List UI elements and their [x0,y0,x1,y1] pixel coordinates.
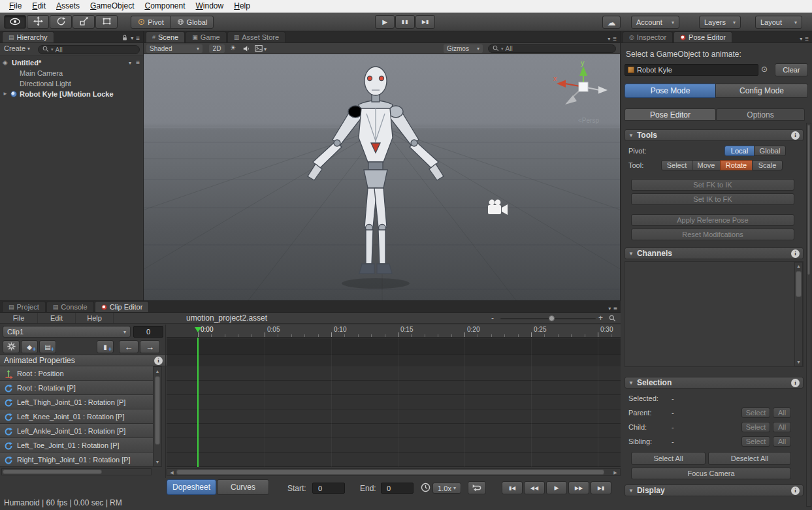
child-select-button[interactable]: Select [741,422,770,432]
scale-tool-button[interactable] [73,15,95,29]
inspector-scrollbar[interactable] [806,123,811,507]
tab-console[interactable]: ▤Console [46,301,94,312]
audio-toggle[interactable] [243,45,250,54]
tool-move-button[interactable]: Move [692,160,721,170]
scene-dropdown-icon[interactable]: ▾ [129,60,131,66]
tab-clip-editor[interactable]: Clip Editor [95,301,150,312]
clip-menu-file[interactable]: File [0,313,38,323]
apply-reference-pose-button[interactable]: Apply Reference Pose [631,214,794,226]
gizmos-dropdown[interactable]: Gizmos▾ [444,44,483,53]
rect-tool-button[interactable] [95,15,118,29]
panel-menu-icon[interactable]: ≡ [136,35,140,42]
lighting-toggle[interactable]: ☀ [230,44,236,52]
rotate-tool-button[interactable] [50,15,72,29]
info-icon[interactable]: i [791,486,800,495]
layout-dropdown[interactable]: Layout▾ [755,16,802,29]
panel-menu-icon[interactable]: ≡ [613,305,617,312]
scroll-down-icon[interactable]: ▼ [795,360,802,364]
search-icon[interactable] [609,315,616,323]
tab-asset-store[interactable]: ▥Asset Store [227,31,285,42]
scroll-up-icon[interactable]: ▲ [154,369,161,374]
channels-scrollbar[interactable]: ▲ ▼ [794,262,803,366]
config-mode-button[interactable]: Config Mode [715,84,808,98]
info-icon[interactable]: i [791,249,800,258]
tab-scene[interactable]: #Scene [146,31,185,42]
start-field[interactable]: 0 [312,483,345,494]
tools-section-header[interactable]: ▼ Tools i [625,129,804,141]
scene-root-row[interactable]: ◈ Untitled* ▾ ≡ [0,57,143,68]
dopesheet-area[interactable] [167,338,621,467]
zoom-slider-knob[interactable] [549,315,555,321]
pivot-global-button[interactable]: Global [754,146,786,156]
channels-list[interactable]: ▲ ▼ [625,261,804,367]
view-tool-button[interactable] [4,15,26,29]
clip-menu-edit[interactable]: Edit [38,313,76,323]
create-dropdown[interactable]: Create▾ [4,44,30,52]
set-ik-to-fk-button[interactable]: Set IK to FK [631,193,794,205]
info-icon[interactable]: i [791,379,800,387]
add-event-button[interactable]: ▮+ [97,340,114,353]
menu-edit[interactable]: Edit [27,0,51,12]
properties-scrollbar[interactable]: ▲ ▼ [153,366,162,467]
panel-menu-icon[interactable]: ≡ [805,35,809,42]
2d-toggle[interactable]: 2D [209,44,225,53]
child-all-button[interactable]: All [773,422,791,432]
scene-menu-icon[interactable]: ≡ [136,59,140,66]
expand-arrow-icon[interactable]: ► [3,89,8,99]
playback-speed-dropdown[interactable]: 1.0x▾ [432,483,461,494]
clip-selector-dropdown[interactable]: Clip1▾ [3,326,131,338]
menu-file[interactable]: File [4,0,27,12]
tree-item-main-camera[interactable]: Main Camera [0,68,143,78]
zoom-out-icon[interactable]: - [491,313,494,323]
panel-dropdown-icon[interactable]: ▾ [608,36,610,42]
lock-icon[interactable] [122,34,128,42]
scroll-down-icon[interactable]: ▼ [154,460,161,464]
tab-hierarchy[interactable]: ▤Hierarchy [2,31,54,42]
go-to-start-button[interactable]: ▮◀ [502,481,523,494]
menu-assets[interactable]: Assets [51,0,85,12]
tool-rotate-button[interactable]: Rotate [720,160,753,170]
deselect-all-button[interactable]: Deselect All [708,452,791,465]
display-section-header[interactable]: ▼ Display i [625,485,804,496]
sibling-all-button[interactable]: All [773,436,791,447]
clip-menu-help[interactable]: Help [76,313,114,323]
sub-tab-options[interactable]: Options [716,108,805,121]
panel-menu-icon[interactable]: ≡ [613,35,617,42]
scroll-right-icon[interactable]: ▶ [612,470,619,475]
panel-dropdown-icon[interactable]: ▾ [800,36,802,42]
hierarchy-search-input[interactable]: ▾ All [38,45,140,54]
account-dropdown[interactable]: Account▾ [631,16,679,29]
playhead-line[interactable] [197,338,199,467]
timeline-ruler[interactable]: 0:00 0:05 0:10 0:15 0:20 0:25 0:30 [167,325,621,338]
step-button[interactable]: ▶▮ [415,15,435,29]
sub-tab-pose-editor[interactable]: Pose Editor [625,108,716,121]
layers-dropdown[interactable]: Layers▾ [699,16,741,29]
global-toggle-button[interactable]: Global [171,16,214,29]
menu-component[interactable]: Component [139,0,190,12]
tree-item-robot-kyle[interactable]: ► Robot Kyle [UMotion Locke [0,89,143,99]
collab-cloud-button[interactable]: ☁ [602,16,621,29]
playhead-marker[interactable] [195,327,201,336]
property-row-left-toe[interactable]: Left_Toe_Joint_01 : Rotation [P] [0,438,153,453]
next-frame-button[interactable]: → [140,340,160,353]
zoom-in-icon[interactable]: + [598,313,603,323]
focus-camera-button[interactable]: Focus Camera [631,468,791,479]
set-fk-to-ik-button[interactable]: Set FK to IK [631,179,794,191]
tab-game[interactable]: ▣Game [186,31,226,42]
scene-viewport[interactable]: y x <Persp [144,54,620,300]
parent-select-button[interactable]: Select [741,407,770,418]
property-row-left-knee[interactable]: Left_Knee_Joint_01 : Rotation [P] [0,409,153,424]
zoom-slider[interactable] [500,318,596,319]
property-row-right-thigh[interactable]: Right_Thigh_Joint_01 : Rotation [P] [0,453,153,467]
properties-hscrollbar[interactable] [1,468,152,475]
pivot-toggle-button[interactable]: Pivot [131,16,171,29]
gameobject-field[interactable]: Robot Kyle [625,64,758,76]
selection-section-header[interactable]: ▼ Selection i [625,377,804,389]
channels-section-header[interactable]: ▼ Channels i [625,247,804,259]
dopesheet-tab-button[interactable]: Dopesheet [167,479,216,495]
property-row-root-position[interactable]: Root : Position [0,366,153,381]
select-all-button[interactable]: Select All [631,452,706,465]
scene-search-input[interactable]: ▾ All [488,44,616,53]
property-row-left-ankle[interactable]: Left_Ankle_Joint_01 : Rotation [P] [0,424,153,438]
sibling-select-button[interactable]: Select [741,436,770,447]
